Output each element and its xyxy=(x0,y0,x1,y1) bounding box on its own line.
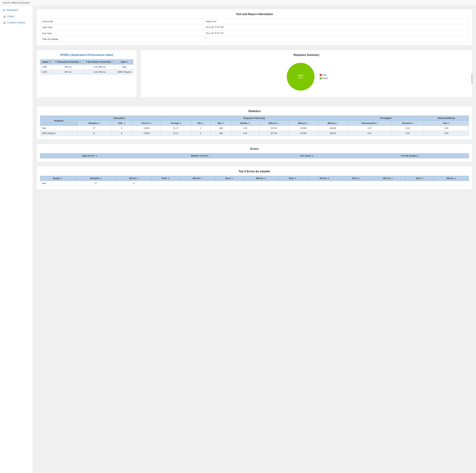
stats-average: 51.37 xyxy=(161,131,191,136)
svg-point-0 xyxy=(287,63,314,90)
test-info-row: Start Time"24-2-29 下午7:46" xyxy=(40,24,469,30)
stats-group-throughput: Throughput xyxy=(347,116,424,121)
top5-e5 xyxy=(405,181,434,186)
top5-samples: 27 xyxy=(75,181,116,186)
top5-col-sample: Sample ⇅ xyxy=(40,176,75,181)
errors-col-type: Type of error ⇅ xyxy=(40,153,139,158)
stats-received: 0.01 xyxy=(392,126,424,131)
apdex-summary-row: APDEX (Application Performance Index) Ap… xyxy=(36,50,473,102)
test-info-label: End Time xyxy=(40,30,203,36)
apdex-col-apdex: Apdex ⇅ xyxy=(40,59,53,65)
top5-e4n xyxy=(370,181,405,186)
top5-header-row: Sample ⇅ #Samples ⇅ #Errors ⇅ Error ⇅ #E… xyxy=(40,176,469,181)
apdex-val: 1.000 xyxy=(40,65,53,70)
stats-throughput: 0.47 xyxy=(347,126,392,131)
stats-90pct: 157.60 xyxy=(259,126,289,131)
test-info-label: Filter for display xyxy=(40,36,203,42)
top5-col-e3: Error ⇅ xyxy=(278,176,307,181)
statistics-table: Requests Executions Response Times (ms) … xyxy=(40,116,469,136)
stats-col-min: Min ⇅ xyxy=(191,121,211,126)
sidebar-item-dashboard[interactable]: ⊞ Dashboard xyxy=(0,7,33,13)
apdex-t: 500 ms xyxy=(53,70,84,75)
stats-group-executions: Executions xyxy=(77,116,161,121)
stats-label: Total xyxy=(40,126,78,131)
test-info-table: Source file"report.csv"Start Time"24-2-2… xyxy=(40,18,469,42)
errors-header-row: Type of error ⇅ Number of errors ▼ % in … xyxy=(40,153,469,158)
requests-summary-title: Requests Summary xyxy=(144,53,469,56)
stats-col-samples: #Samples ⇅ xyxy=(77,121,111,126)
errors-col-pct-in-samples: % In all samples ⇅ xyxy=(351,153,469,158)
top5-e4 xyxy=(342,181,370,186)
top5-col-e3n: #Errors ⇅ xyxy=(307,176,342,181)
fail-color-box xyxy=(320,74,322,76)
stats-row: JDBC Request 27 0 0.00% 51.37 1 188 2.00… xyxy=(40,131,469,136)
stats-fail: 0 xyxy=(111,131,133,136)
test-info-value: "24-2-29 下午7:47" xyxy=(203,30,469,36)
stats-sent: 0.00 xyxy=(424,126,469,131)
stats-col-median: Median ⇅ xyxy=(231,121,259,126)
apdex-label: JDBC Request xyxy=(115,70,133,75)
chevron-charts-icon: ‹ xyxy=(29,15,30,17)
svg-text:100%: 100% xyxy=(298,77,303,79)
statistics-title: Statistics xyxy=(40,110,469,113)
pie-chart: PASS 100% xyxy=(285,61,316,92)
apdex-val: 1.000 xyxy=(40,70,53,75)
charts-icon: 📊 xyxy=(3,15,6,18)
stats-col-received: Received ⇅ xyxy=(392,121,424,126)
sidebar-item-charts[interactable]: 📊 Charts ‹ xyxy=(0,13,33,19)
errors-col-number: Number of errors ▼ xyxy=(139,153,262,158)
stats-received: 0.01 xyxy=(392,131,424,136)
errors-col-pct-in-errors: % in errors ⇅ xyxy=(262,153,351,158)
apdex-f: 1 sec 500 ms xyxy=(84,70,115,75)
stats-group-network: Network (KB/sec) xyxy=(424,116,469,121)
pass-color-box xyxy=(320,77,322,79)
top5-e3n xyxy=(307,181,342,186)
stats-fail: 0 xyxy=(111,126,133,131)
top5-e1n xyxy=(180,181,215,186)
top5-col-e5: Error ⇅ xyxy=(405,176,434,181)
pie-wrapper: PASS 100% FAIL PASS xyxy=(285,61,328,92)
apdex-f: 1 sec 500 ms xyxy=(84,65,115,70)
title-bar: Apache JMeter Dashboard xyxy=(0,0,476,6)
test-info-row: Filter for display"" xyxy=(40,36,469,42)
top5-col-e2: Error ⇅ xyxy=(215,176,243,181)
scrollbar-hint xyxy=(471,74,472,84)
top5-col-e4n: #Errors ⇅ xyxy=(370,176,405,181)
stats-error-pct: 0.00% xyxy=(133,126,161,131)
apdex-card: APDEX (Application Performance Index) Ap… xyxy=(36,50,137,98)
sidebar-item-custom-graphs[interactable]: 📊 Customs Graphs ‹ xyxy=(0,19,33,26)
apdex-table: Apdex ⇅ T (Toleration threshold) ⇅ F (Fr… xyxy=(40,59,133,75)
stats-max: 188 xyxy=(211,126,231,131)
stats-group-header-row: Requests Executions Response Times (ms) … xyxy=(40,116,469,121)
top5-col-e1n: #Errors ⇅ xyxy=(180,176,215,181)
test-info-value: "report.csv" xyxy=(203,19,469,24)
stats-99pct: 188.00 xyxy=(318,131,347,136)
stats-95pct: 176.80 xyxy=(289,131,318,136)
pie-container: PASS 100% FAIL PASS xyxy=(144,59,469,94)
svg-text:PASS: PASS xyxy=(298,74,303,76)
top5-e2 xyxy=(215,181,243,186)
stats-samples: 27 xyxy=(77,131,111,136)
test-info-label: Source file xyxy=(40,19,203,24)
apdex-col-f: F (Frustration threshold) ⇅ xyxy=(84,59,115,65)
errors-table: Type of error ⇅ Number of errors ▼ % in … xyxy=(40,153,469,158)
test-info-row: Source file"report.csv" xyxy=(40,19,469,24)
top5-title: Top 5 Errors by sampler xyxy=(40,170,469,173)
sidebar-label-custom-graphs: Customs Graphs xyxy=(7,21,25,24)
chevron-custom-graphs-icon: ‹ xyxy=(29,21,30,24)
test-info-title: Test and Report information xyxy=(40,13,469,16)
top5-col-errors: #Errors ⇅ xyxy=(116,176,151,181)
top5-e2n xyxy=(243,181,278,186)
top5-col-e2n: #Errors ⇅ xyxy=(243,176,278,181)
app-title: Apache JMeter Dashboard xyxy=(3,1,30,4)
stats-90pct: 157.60 xyxy=(259,131,289,136)
stats-label: JDBC Request xyxy=(40,131,78,136)
apdex-col-t: T (Toleration threshold) ⇅ xyxy=(53,59,84,65)
sidebar: ⊞ Dashboard 📊 Charts ‹ 📊 Customs Graphs … xyxy=(0,6,33,473)
test-info-card: Test and Report information Source file"… xyxy=(36,9,473,46)
top5-col-e5n: #Errors ⇅ xyxy=(434,176,469,181)
stats-col-max: Max ⇅ xyxy=(211,121,231,126)
stats-min: 1 xyxy=(191,131,211,136)
stats-median: 2.00 xyxy=(231,131,259,136)
legend-fail: FAIL xyxy=(320,74,328,76)
